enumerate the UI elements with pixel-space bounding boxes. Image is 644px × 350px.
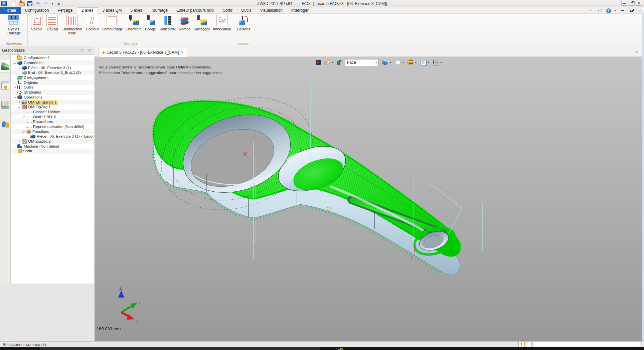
face-selector-dropdown[interactable] [373,59,378,66]
undo-icon[interactable]: ↶ [35,1,41,7]
menu-item[interactable]: 2 axes [77,7,98,14]
menu-item[interactable]: 3 axes QM [98,7,126,14]
tree-item[interactable]: Configuration 1 [11,55,94,60]
doc-restore-button[interactable] [629,8,634,13]
doc-minimize-button[interactable] [620,8,625,13]
ribbon-button[interactable]: Chanfrein [125,15,142,31]
menu-item[interactable]: Interroger [287,7,313,14]
ribbon-button[interactable]: Cycles Fraisage [2,15,25,35]
ribbon-button[interactable]: Hélicoïdal [159,15,176,31]
restore-button[interactable] [629,1,635,6]
tree-item[interactable]: Pièce : 06. Exercice 3 (1) [11,65,94,70]
menu-item[interactable]: Visualisation [256,7,287,14]
tree-item[interactable]: QM-ZigZag 1 [11,105,94,110]
zoom-region-icon[interactable] [420,59,427,66]
expander-icon[interactable] [17,105,21,109]
ribbon-button[interactable]: Congé [143,15,157,31]
new-tab-button[interactable]: + [167,49,170,54]
zoom-region-dropdown-icon[interactable] [428,62,430,63]
face-selector[interactable]: Face [345,59,379,66]
expander-icon[interactable] [21,130,25,134]
help-button[interactable]: ? [606,8,611,13]
settings-button[interactable] [597,8,603,13]
ribbon-button[interactable]: Spirale [30,15,44,31]
expander-icon[interactable] [13,85,17,89]
tab-list-icon[interactable] [635,50,639,53]
tree-item[interactable]: Sortir [11,149,94,154]
tree-item[interactable]: Opérations [11,95,94,100]
exit-icon[interactable] [315,59,322,66]
save-icon[interactable] [27,1,33,7]
tree-item[interactable]: Fonctions [11,129,94,134]
new-file-icon[interactable] [9,1,17,7]
text-input-mode-button[interactable]: T [518,342,524,347]
section-view-icon[interactable] [407,59,414,66]
ribbon-button[interactable]: ZigZag [45,15,59,31]
panel-close-button[interactable]: ✕ [87,48,92,52]
expander-icon[interactable] [13,95,17,99]
tab-close-icon[interactable]: × [181,50,183,55]
dimension-icon[interactable] [433,59,439,66]
command-input[interactable] [534,342,640,347]
eraser-dropdown-icon[interactable] [331,62,333,63]
document-tab[interactable]: + Leçon 5 FAO.Z3 - [06. Exercice 3_CAM] … [99,48,187,57]
command-log-button[interactable] [526,342,532,347]
app-logo-icon[interactable] [1,1,7,6]
tree-item[interactable]: Outil : FBD10 [11,114,94,119]
wireframe-view-icon[interactable] [394,59,401,66]
dimension-dropdown-icon[interactable] [440,62,442,63]
ribbon-button[interactable]: Contour [85,15,100,31]
expander-icon[interactable] [17,139,21,143]
tree-item[interactable]: Pièce : 06. Exercice 3 (1) < Leçon 5 FAO… [11,134,94,139]
menu-item[interactable]: Configuration [21,7,53,14]
close-button[interactable]: × [636,1,642,6]
model-connecting-rod[interactable] [95,57,642,341]
ribbon-button[interactable]: Liaisons [236,15,251,31]
tree-item[interactable]: QM-ZigZag 2 [11,139,94,144]
manager-tab[interactable] [0,118,10,130]
tree-item[interactable]: Reprise opération (Non défini) [11,124,94,129]
expander-icon[interactable] [13,61,17,65]
tree-item[interactable]: Stratégies [11,90,94,95]
wireframe-view-dropdown-icon[interactable] [402,62,404,63]
doc-close-button[interactable]: × [637,8,643,13]
ribbon-button[interactable]: Rampe [178,15,192,31]
expander-icon[interactable] [17,100,21,104]
help-dropdown-icon[interactable] [615,10,617,11]
tree-item[interactable]: Géométrie : [11,60,94,65]
menu-item[interactable]: Sortir [218,7,237,14]
expander-icon[interactable] [17,66,21,70]
manager-tab[interactable] [0,79,10,92]
tree-item[interactable]: Origines [11,80,94,85]
section-view-dropdown-icon[interactable] [415,62,417,63]
ribbon-button[interactable]: Unidiréction nelle [60,15,84,35]
viewport-3d[interactable]: Vous pouvez définir le raccourci-clavier… [95,57,642,341]
customize-icon[interactable]: ▾ [51,1,54,7]
shaded-view-icon[interactable] [382,59,388,66]
minimize-button[interactable] [621,1,627,6]
tree-item[interactable]: Outils [11,85,94,90]
tree-item[interactable]: Paramètres [11,119,94,124]
ribbon-button[interactable]: Contournage [101,15,124,31]
tree-item[interactable]: Machine (Non défini) [11,144,94,149]
redo-icon[interactable]: ↷ [43,1,49,7]
menu-item[interactable]: Fichier [0,7,21,14]
menu-item[interactable]: 5 axes [126,7,147,14]
ribbon-button[interactable]: Imbrication [212,15,232,31]
eraser-icon[interactable] [324,59,330,66]
menu-item[interactable]: Tournage [147,7,172,14]
tree-item[interactable]: Brut : 06. Exercice 3_Brut.1 (2) [11,70,94,75]
open-file-icon[interactable] [19,1,25,7]
menu-item[interactable]: Outils [237,7,256,14]
tree-item[interactable]: QM-Eb-Spirale 1 [11,100,94,105]
tree-item[interactable]: Classe : Finition [11,110,94,115]
start-icon[interactable]: ▶ [56,1,62,7]
manager-tab[interactable] [0,99,10,111]
manager-tab[interactable] [0,60,10,72]
os-taskbar[interactable]: 1748 [0,347,644,350]
panel-float-button[interactable] [80,48,85,52]
menu-item[interactable]: Editeur parcours outil [172,7,218,14]
menu-item[interactable]: Perçage [53,7,77,14]
collapse-ribbon-button[interactable] [589,8,594,13]
ribbon-button[interactable]: Surfaçage [193,15,211,31]
